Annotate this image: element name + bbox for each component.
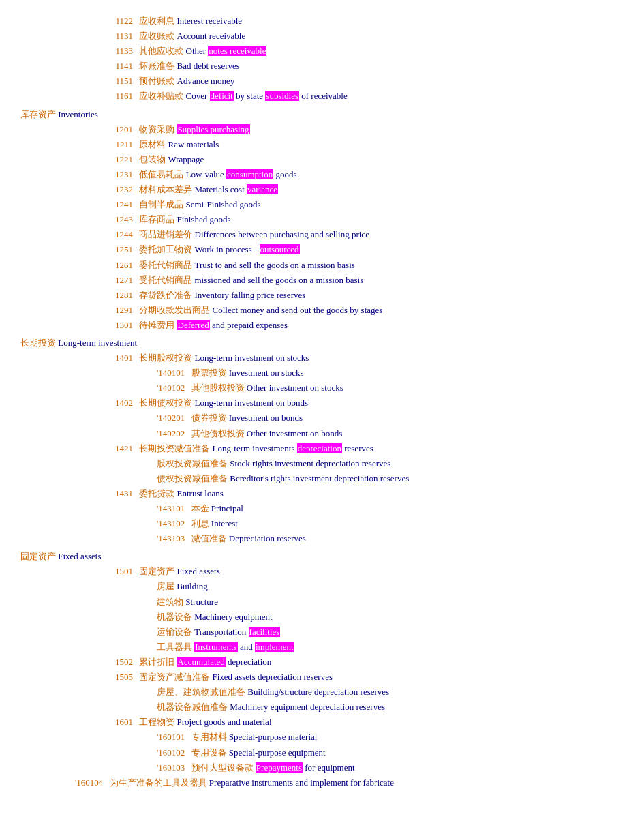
en-1151: Advance money <box>177 76 235 86</box>
en-140102: Other investment on stocks <box>247 383 343 393</box>
code-140102: '140102 <box>157 381 185 396</box>
cn-1431: 委托贷款 <box>139 488 174 498</box>
cn-1141: 坏账准备 <box>139 61 174 71</box>
en-transportation-pre: Transportation <box>194 627 248 637</box>
code-1501: 1501 <box>102 564 133 579</box>
line-structure: 建筑物 Structure <box>20 595 624 610</box>
line-1251: 1251 委托加工物资 Work in process - outsourced <box>20 242 624 257</box>
line-1211: 1211 原材料 Raw materials <box>20 137 624 152</box>
cn-1161: 应收补贴款 <box>139 91 183 101</box>
en-143103: Depreciation reserves <box>229 533 306 543</box>
cn-1244: 商品进销差价 <box>139 229 192 239</box>
code-1122: 1122 <box>102 14 133 29</box>
cn-1241: 自制半成品 <box>139 199 183 209</box>
line-1601: 1601 工程物资 Project goods and material <box>20 715 624 730</box>
cn-143101: 本金 <box>191 503 209 513</box>
code-1231: 1231 <box>102 167 133 182</box>
cn-1261: 委托代销商品 <box>139 260 192 270</box>
en-1271: missioned and sell the goods on a missio… <box>195 275 364 285</box>
line-1505: 1505 固定资产减值准备 Fixed assets depreciation … <box>20 670 624 685</box>
highlight-supplies-purchasing: Supplies purchasing <box>177 124 250 134</box>
code-1601: 1601 <box>102 715 133 730</box>
code-1301: 1301 <box>102 318 133 333</box>
cn-1601: 工程物资 <box>139 717 174 727</box>
line-140101: '140101 股票投资 Investment on stocks <box>20 366 624 381</box>
highlight-implement: implement <box>255 642 294 652</box>
longterm-cn-label: 长期投资 <box>20 338 56 348</box>
code-1241: 1241 <box>102 197 133 212</box>
code-1251: 1251 <box>102 242 133 257</box>
line-160104: '160104 为生产准备的工具及器具 Preparative instrume… <box>20 775 624 790</box>
code-1421: 1421 <box>102 441 133 456</box>
code-1151: 1151 <box>102 74 133 89</box>
line-1133: 1133 其他应收款 Other notes receivable <box>20 44 624 59</box>
en-1281: Inventory falling price reserves <box>195 290 306 300</box>
line-1431: 1431 委托贷款 Entrust loans <box>20 486 624 501</box>
en-1291: Collect money and send out the goods by … <box>213 305 383 315</box>
code-1431: 1431 <box>102 486 133 501</box>
en-building: Building <box>177 581 208 591</box>
code-1161: 1161 <box>102 89 133 104</box>
cn-building: 房屋 <box>157 581 174 591</box>
line-1221: 1221 包装物 Wrappage <box>20 152 624 167</box>
line-machinery: 机器设备 Machinery equipment <box>20 610 624 625</box>
cn-140101: 股票投资 <box>191 368 227 378</box>
en-structure: Structure <box>185 597 218 607</box>
code-1141: 1141 <box>102 59 133 74</box>
code-1243: 1243 <box>102 212 133 227</box>
line-143102: '143102 利息 Interest <box>20 516 624 531</box>
line-1151: 1151 预付账款 Advance money <box>20 74 624 89</box>
cn-1232: 材料成本差异 <box>139 184 192 194</box>
en-1161-mid: by state <box>236 91 265 101</box>
line-1231: 1231 低值易耗品 Low-value consumption goods <box>20 167 624 182</box>
line-building-dep: 房屋、建筑物减值准备 Building/structure depreciati… <box>20 685 624 700</box>
code-160101: '160101 <box>157 730 185 745</box>
cn-1281: 存货跌价准备 <box>139 290 192 300</box>
en-1231-post: goods <box>275 169 296 179</box>
code-1211: 1211 <box>102 137 133 152</box>
cn-140102: 其他股权投资 <box>191 383 245 393</box>
line-transportation: 运输设备 Transportation facilities <box>20 625 624 640</box>
en-1243: Finished goods <box>177 214 231 224</box>
cn-1401: 长期股权投资 <box>139 353 192 363</box>
line-1502: 1502 累计折旧 Accumulated depreciation <box>20 655 624 670</box>
longterm-en-label: Long-term investment <box>58 338 137 348</box>
en-1241: Semi-Finished goods <box>186 199 261 209</box>
code-1505: 1505 <box>102 670 133 685</box>
line-1122: 1122 应收利息 Interest receivable <box>20 14 624 29</box>
en-143102: Interest <box>211 518 238 528</box>
code-1402: 1402 <box>102 396 133 411</box>
code-143101: '143101 <box>157 501 185 516</box>
highlight-prepayments: Prepayments <box>256 762 303 773</box>
cn-building-dep: 房屋、建筑物减值准备 <box>157 687 245 697</box>
cn-160102: 专用设备 <box>191 747 227 758</box>
code-160104: '160104 <box>75 775 103 790</box>
cn-143103: 减值准备 <box>191 533 227 543</box>
en-160102: Special-purpose equipment <box>229 747 326 758</box>
en-140101: Investment on stocks <box>229 368 304 378</box>
en-machinery: Machinery equipment <box>194 612 272 622</box>
en-1421-pre: Long-term investments <box>213 443 297 453</box>
cn-1151: 预付账款 <box>139 76 174 86</box>
line-1291: 1291 分期收款发出商品 Collect money and send out… <box>20 303 624 318</box>
code-140101: '140101 <box>157 366 185 381</box>
cn-143102: 利息 <box>191 518 209 528</box>
line-160103: '160103 预付大型设备款 Prepayments for equipmen… <box>20 760 624 775</box>
en-1141: Bad debt reserves <box>177 61 240 71</box>
cn-1301: 待摊费用 <box>139 320 174 330</box>
en-1261: Trust to and sell the goods on a mission… <box>195 260 355 270</box>
line-machinery-dep: 机器设备减值准备 Machinery equipment depreciatio… <box>20 700 624 715</box>
en-1505: Fixed assets depreciation reserves <box>213 672 333 682</box>
highlight-notes-receivable: notes receivable <box>208 46 266 56</box>
en-160103-post: for equipment <box>305 762 354 773</box>
en-1301-post: and prepaid expenses <box>212 320 288 330</box>
code-1261: 1261 <box>102 258 133 273</box>
section-inventories: 库存资产 Inventories <box>20 107 624 122</box>
main-content: 1122 应收利息 Interest receivable 1131 应收账款 … <box>20 14 624 790</box>
cn-1122: 应收利息 <box>139 16 174 26</box>
line-143103: '143103 减值准备 Depreciation reserves <box>20 531 624 546</box>
code-140201: '140201 <box>157 411 185 426</box>
cn-1251: 委托加工物资 <box>139 244 192 254</box>
code-160102: '160102 <box>157 745 185 760</box>
code-1232: 1232 <box>102 182 133 197</box>
